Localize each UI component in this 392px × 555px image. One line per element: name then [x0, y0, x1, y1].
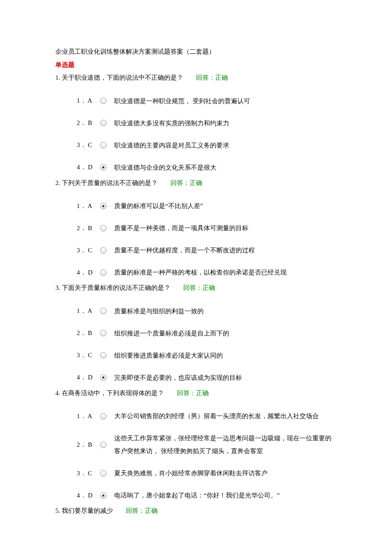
radio-icon[interactable] — [100, 470, 107, 477]
radio-icon[interactable] — [100, 352, 107, 358]
option-text: 夏天炎热难熬，肖小姐经常赤脚穿着休闲鞋去拜访客户 — [114, 467, 337, 480]
option-row: 1． A质量的标准可以是“不比别人差” — [77, 199, 337, 212]
option-index: 4． D — [77, 268, 100, 278]
option-text: 职业道德是一种职业规范， 受到社会的普遍认可 — [114, 95, 337, 107]
answer-status: 回答：正确 — [183, 284, 215, 291]
option-text: 职业道德的主要内容是对员工义务的要求 — [114, 139, 337, 152]
question-line: 1. 关于职业道德，下面的说法中不正确的是？回答：正确 — [55, 73, 337, 83]
option-index: 3． C — [77, 468, 100, 478]
question-text: 5. 我们要尽量的减少 — [55, 507, 113, 514]
option-index: 4． D — [77, 491, 100, 500]
question-text: 4. 在商务活动中，下列表现得体的是？ — [55, 390, 164, 396]
option-index: 3． C — [77, 350, 100, 360]
option-row: 3． C职业道德的主要内容是对员工义务的要求 — [77, 139, 337, 152]
answer-status: 回答：正确 — [126, 507, 158, 514]
option-row: 4． D电话响了，唐小姐拿起了电话：“你好！我们是光华公司。” — [77, 489, 337, 502]
option-text: 质量标准是与组织的利益一致的 — [114, 305, 337, 318]
option-index: 2． B — [77, 440, 100, 450]
section-heading: 单选题 — [55, 60, 337, 70]
option-index: 2． B — [77, 118, 100, 128]
option-row: 2． B这些天工作异常紧张，张经理经常是一边思考问题一边吸烟，现在一位重要的客户… — [77, 432, 337, 457]
radio-icon[interactable] — [100, 164, 107, 171]
question-text: 2. 下列关于质量的说法不正确的是？ — [55, 179, 158, 186]
question-text: 3. 下面关于质量标准的说法不正确的是？ — [55, 284, 170, 291]
question-line: 2. 下列关于质量的说法不正确的是？回答：正确 — [55, 178, 337, 188]
option-text: 完美即使不是必要的，也应该成为实现的目标 — [114, 371, 337, 384]
answer-status: 回答：正确 — [170, 179, 202, 186]
option-text: 职业道德与企业的文化关系不是很大 — [114, 161, 337, 174]
option-row: 3． C夏天炎热难熬，肖小姐经常赤脚穿着休闲鞋去拜访客户 — [77, 467, 337, 480]
radio-icon[interactable] — [100, 203, 107, 209]
radio-icon[interactable] — [100, 225, 107, 231]
option-row: 2． B质量不是一种美德，而是一项具体可测量的目标 — [77, 222, 337, 234]
answer-status: 回答：正确 — [177, 390, 209, 396]
option-text: 质量的标准可以是“不比别人差” — [114, 199, 337, 212]
questions-container: 1. 关于职业道德，下面的说法中不正确的是？回答：正确1． A职业道德是一种职业… — [55, 73, 337, 516]
option-index: 2． B — [77, 328, 100, 338]
option-text: 职业道德大多没有实质的强制力和约束力 — [114, 117, 337, 130]
option-row: 2． B组织推进一个质量标准必须是自上而下的 — [77, 327, 337, 340]
option-row: 2． B职业道德大多没有实质的强制力和约束力 — [77, 117, 337, 130]
option-index: 1． A — [77, 411, 100, 421]
options-block: 1． A职业道德是一种职业规范， 受到社会的普遍认可2． B职业道德大多没有实质… — [55, 95, 337, 174]
option-text: 这些天工作异常紧张，张经理经常是一边思考问题一边吸烟，现在一位重要的客户突然来访… — [114, 432, 337, 457]
radio-icon[interactable] — [100, 269, 107, 276]
radio-icon[interactable] — [100, 442, 107, 448]
option-row: 4． D质量的标准是一种严格的考核，以检查你的承诺是否已经兑现 — [77, 266, 337, 279]
option-row: 1． A质量标准是与组织的利益一致的 — [77, 305, 337, 318]
document-title: 企业员工职业化训练整体解决方案测试题答案（二套题） — [55, 47, 337, 57]
question-line: 5. 我们要尽量的减少回答：正确 — [55, 506, 337, 516]
option-index: 1． A — [77, 96, 100, 106]
option-text: 电话响了，唐小姐拿起了电话：“你好！我们是光华公司。” — [114, 489, 337, 502]
option-text: 质量的标准是一种严格的考核，以检查你的承诺是否已经兑现 — [114, 266, 337, 279]
option-text: 质量不是一种优越程度，而是一个不断改进的过程 — [114, 244, 337, 257]
option-row: 4． D职业道德与企业的文化关系不是很大 — [77, 161, 337, 174]
option-index: 3． C — [77, 246, 100, 255]
option-text: 大羊公司销售部的刘经理（男）留着一头漂亮的长发，频繁出入社交场合 — [114, 410, 337, 422]
option-text: 质量不是一种美德，而是一项具体可测量的目标 — [114, 222, 337, 234]
radio-icon[interactable] — [100, 492, 107, 499]
option-row: 3． C质量不是一种优越程度，而是一个不断改进的过程 — [77, 244, 337, 257]
option-index: 2． B — [77, 223, 100, 233]
option-text: 组织推进一个质量标准必须是自上而下的 — [114, 327, 337, 340]
radio-icon[interactable] — [100, 142, 107, 148]
option-text: 组织要推进质量标准必须是大家认同的 — [114, 349, 337, 362]
option-index: 3． C — [77, 140, 100, 150]
radio-icon[interactable] — [100, 330, 107, 336]
options-block: 1． A质量标准是与组织的利益一致的2． B组织推进一个质量标准必须是自上而下的… — [55, 305, 337, 384]
option-row: 3． C组织要推进质量标准必须是大家认同的 — [77, 349, 337, 362]
options-block: 1． A大羊公司销售部的刘经理（男）留着一头漂亮的长发，频繁出入社交场合2． B… — [55, 410, 337, 502]
option-row: 4． D完美即使不是必要的，也应该成为实现的目标 — [77, 371, 337, 384]
radio-icon[interactable] — [100, 374, 107, 381]
answer-status: 回答：正确 — [196, 74, 228, 81]
question-line: 4. 在商务活动中，下列表现得体的是？回答：正确 — [55, 388, 337, 398]
question-line: 3. 下面关于质量标准的说法不正确的是？回答：正确 — [55, 283, 337, 293]
radio-icon[interactable] — [100, 98, 107, 104]
option-index: 4． D — [77, 373, 100, 382]
question-text: 1. 关于职业道德，下面的说法中不正确的是？ — [55, 74, 183, 81]
radio-icon[interactable] — [100, 120, 107, 126]
option-row: 1． A职业道德是一种职业规范， 受到社会的普遍认可 — [77, 95, 337, 107]
radio-icon[interactable] — [100, 247, 107, 254]
radio-icon[interactable] — [100, 308, 107, 314]
option-index: 1． A — [77, 201, 100, 211]
radio-icon[interactable] — [100, 413, 107, 419]
option-index: 4． D — [77, 162, 100, 172]
option-index: 1． A — [77, 306, 100, 316]
option-row: 1． A大羊公司销售部的刘经理（男）留着一头漂亮的长发，频繁出入社交场合 — [77, 410, 337, 422]
options-block: 1． A质量的标准可以是“不比别人差”2． B质量不是一种美德，而是一项具体可测… — [55, 199, 337, 279]
